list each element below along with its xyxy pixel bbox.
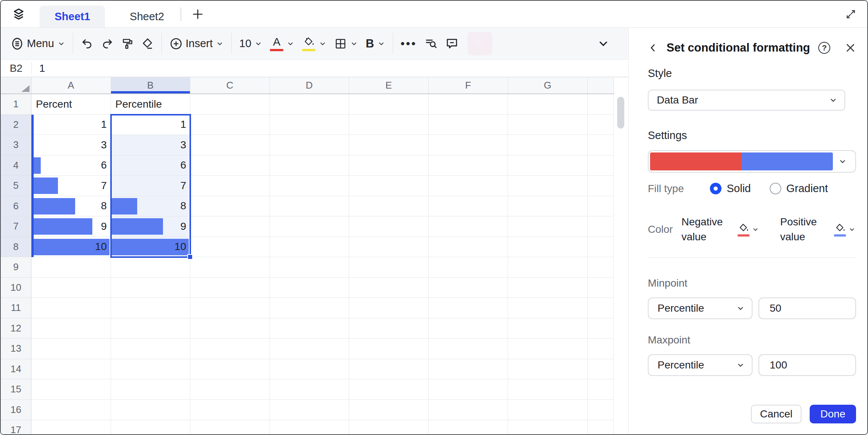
row-header-1[interactable]: 1 bbox=[1, 94, 31, 115]
grid-cell-E2[interactable] bbox=[349, 115, 429, 135]
grid-cell-B16[interactable] bbox=[111, 400, 191, 420]
column-header-E[interactable]: E bbox=[349, 77, 429, 93]
grid-cell-H6[interactable] bbox=[588, 196, 614, 217]
grid-cell-E16[interactable] bbox=[349, 400, 429, 420]
grid-cell-A10[interactable] bbox=[31, 278, 111, 298]
grid-cell-H17[interactable] bbox=[588, 420, 614, 435]
name-box[interactable]: B2 bbox=[1, 62, 31, 74]
grid-cell-F10[interactable] bbox=[429, 278, 508, 298]
row-header-5[interactable]: 5 bbox=[1, 176, 31, 196]
grid-cell-D4[interactable] bbox=[270, 155, 350, 176]
grid-cell-H12[interactable] bbox=[588, 318, 614, 339]
grid-cell-D17[interactable] bbox=[270, 420, 350, 435]
grid-cell-G10[interactable] bbox=[508, 278, 588, 298]
grid-cell-C4[interactable] bbox=[190, 155, 270, 176]
grid-cell-E6[interactable] bbox=[349, 196, 429, 217]
grid-cell-A5[interactable]: 7 bbox=[31, 176, 111, 196]
grid-cell-D15[interactable] bbox=[270, 379, 350, 400]
grid-cell-H4[interactable] bbox=[588, 155, 614, 176]
grid-cell-A16[interactable] bbox=[31, 400, 111, 420]
grid-cell-F7[interactable] bbox=[429, 216, 508, 237]
grid-cell-H10[interactable] bbox=[588, 278, 614, 298]
row-header-14[interactable]: 14 bbox=[1, 359, 31, 380]
cancel-button[interactable]: Cancel bbox=[751, 405, 801, 423]
grid-cell-A2[interactable]: 1 bbox=[31, 115, 111, 135]
grid-cell-G16[interactable] bbox=[508, 400, 588, 420]
redo-button[interactable] bbox=[97, 32, 117, 55]
grid-cell-F5[interactable] bbox=[429, 176, 508, 196]
expand-window-icon[interactable] bbox=[843, 6, 859, 22]
column-header-A[interactable]: A bbox=[31, 77, 111, 93]
grid-cell-D12[interactable] bbox=[270, 318, 350, 339]
grid-cell-A15[interactable] bbox=[31, 379, 111, 400]
fill-handle[interactable] bbox=[187, 254, 193, 260]
grid-cell-D10[interactable] bbox=[270, 278, 350, 298]
grid-cell-H9[interactable] bbox=[588, 257, 614, 278]
grid-cell-B1[interactable]: Percentile bbox=[111, 94, 191, 115]
grid-cell-G9[interactable] bbox=[508, 257, 588, 278]
negative-color-picker[interactable] bbox=[738, 223, 759, 237]
row-header-3[interactable]: 3 bbox=[1, 135, 31, 155]
grid-cell-B15[interactable] bbox=[111, 379, 191, 400]
grid-cell-F14[interactable] bbox=[429, 359, 508, 380]
app-logo-layers-icon[interactable] bbox=[11, 7, 26, 22]
grid-cell-A3[interactable]: 3 bbox=[31, 135, 111, 155]
grid-cell-D16[interactable] bbox=[270, 400, 350, 420]
grid-cell-E3[interactable] bbox=[349, 135, 429, 155]
grid-cell-E13[interactable] bbox=[349, 339, 429, 359]
grid-cell-H11[interactable] bbox=[588, 298, 614, 318]
row-header-9[interactable]: 9 bbox=[1, 257, 31, 278]
grid-cell-F3[interactable] bbox=[429, 135, 508, 155]
grid-cell-F2[interactable] bbox=[429, 115, 508, 135]
grid-cell-H13[interactable] bbox=[588, 339, 614, 359]
grid-cell-G12[interactable] bbox=[508, 318, 588, 339]
tab-sheet1[interactable]: Sheet1 bbox=[40, 6, 105, 27]
grid-cell-D11[interactable] bbox=[270, 298, 350, 318]
grid-cell-F15[interactable] bbox=[429, 379, 508, 400]
minpoint-value-input[interactable]: 50 bbox=[758, 297, 856, 319]
grid-cell-H7[interactable] bbox=[588, 216, 614, 237]
grid-cell-F13[interactable] bbox=[429, 339, 508, 359]
grid-cell-G13[interactable] bbox=[508, 339, 588, 359]
settings-preview-dropdown[interactable] bbox=[648, 150, 856, 173]
style-dropdown[interactable]: Data Bar bbox=[648, 90, 845, 111]
grid-cell-D13[interactable] bbox=[270, 339, 350, 359]
grid-cell-G15[interactable] bbox=[508, 379, 588, 400]
grid-cell-C10[interactable] bbox=[190, 278, 270, 298]
grid-cell-A13[interactable] bbox=[31, 339, 111, 359]
grid-cell-D5[interactable] bbox=[270, 176, 350, 196]
grid-cell-B14[interactable] bbox=[111, 359, 191, 380]
grid-cell-D2[interactable] bbox=[270, 115, 350, 135]
grid-cell-B13[interactable] bbox=[111, 339, 191, 359]
grid-cell-H14[interactable] bbox=[588, 359, 614, 380]
grid-cell-D6[interactable] bbox=[270, 196, 350, 217]
positive-color-picker[interactable] bbox=[834, 223, 856, 237]
column-header-G[interactable]: G bbox=[508, 77, 588, 93]
grid-cell-F9[interactable] bbox=[429, 257, 508, 278]
grid-cell-E15[interactable] bbox=[349, 379, 429, 400]
grid-cell-G2[interactable] bbox=[508, 115, 588, 135]
grid-cell-E4[interactable] bbox=[349, 155, 429, 176]
grid-cell-C15[interactable] bbox=[190, 379, 270, 400]
grid-cell-C7[interactable] bbox=[190, 216, 270, 237]
grid-cell-G1[interactable] bbox=[508, 94, 588, 115]
grid-cell-H1[interactable] bbox=[588, 94, 614, 115]
grid-cell-D14[interactable] bbox=[270, 359, 350, 380]
grid-cell-D8[interactable] bbox=[270, 237, 350, 257]
more-options-button[interactable]: ••• bbox=[397, 32, 421, 55]
comment-button[interactable] bbox=[441, 32, 462, 55]
grid-cell-D7[interactable] bbox=[270, 216, 350, 237]
grid-cell-G11[interactable] bbox=[508, 298, 588, 318]
row-header-16[interactable]: 16 bbox=[1, 400, 31, 420]
grid-cell-A4[interactable]: 6 bbox=[31, 155, 111, 176]
grid-cell-A9[interactable] bbox=[31, 257, 111, 278]
toolbar-collapse-button[interactable] bbox=[593, 32, 613, 55]
grid-cell-A17[interactable] bbox=[31, 420, 111, 435]
select-all-corner[interactable] bbox=[1, 77, 31, 93]
text-color-button[interactable]: A bbox=[266, 32, 298, 55]
grid-cell-D1[interactable] bbox=[270, 94, 350, 115]
column-header-B[interactable]: B bbox=[111, 77, 191, 93]
insert-button[interactable]: Insert bbox=[166, 32, 228, 55]
grid-cell-A14[interactable] bbox=[31, 359, 111, 380]
close-icon[interactable] bbox=[845, 42, 856, 53]
